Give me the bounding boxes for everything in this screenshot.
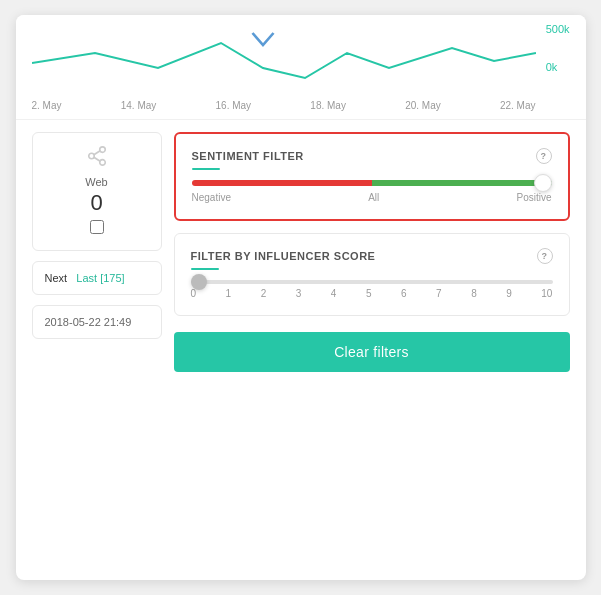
sentiment-filter-card: SENTIMENT FILTER ? Negative All Positive	[174, 132, 570, 221]
influencer-filter-card: FILTER BY INFLUENCER SCORE ? 0 1 2 3 4 5	[174, 233, 570, 316]
svg-point-1	[88, 153, 94, 159]
sentiment-filter-label: SENTIMENT FILTER	[192, 150, 304, 162]
influencer-label-7: 7	[436, 288, 442, 299]
datetime-value: 2018-05-22 21:49	[45, 316, 132, 328]
svg-point-0	[99, 147, 105, 153]
sentiment-label-positive: Positive	[516, 192, 551, 203]
influencer-label-10: 10	[541, 288, 552, 299]
influencer-label-3: 3	[296, 288, 302, 299]
last-link[interactable]: Last [175]	[76, 272, 124, 284]
svg-line-4	[93, 157, 99, 161]
chart-area: 500k 0k 2. May 14. May 16. May 18. May 2…	[16, 15, 586, 120]
clear-filters-button[interactable]: Clear filters	[174, 332, 570, 372]
chart-x-labels: 2. May 14. May 16. May 18. May 20. May 2…	[32, 100, 536, 115]
nav-links: Next Last [175]	[45, 272, 149, 284]
influencer-filter-label: FILTER BY INFLUENCER SCORE	[191, 250, 376, 262]
influencer-label-8: 8	[471, 288, 477, 299]
chart-x-label-2: 14. May	[121, 100, 157, 111]
sentiment-slider-wrap[interactable]	[192, 180, 552, 186]
svg-line-3	[93, 151, 99, 155]
next-link[interactable]: Next	[45, 272, 68, 284]
web-label: Web	[85, 176, 107, 188]
sentiment-label-all: All	[368, 192, 379, 203]
chart-label-0k: 0k	[546, 61, 570, 73]
chart-label-500k: 500k	[546, 23, 570, 35]
influencer-filter-title-row: FILTER BY INFLUENCER SCORE ?	[191, 248, 553, 264]
sentiment-thumb[interactable]	[534, 174, 552, 192]
sentiment-underline	[192, 168, 220, 170]
influencer-label-6: 6	[401, 288, 407, 299]
chart-x-label-1: 2. May	[32, 100, 62, 111]
influencer-underline	[191, 268, 219, 270]
left-panel: Web 0 Next Last [175] 2018-05-22 21:49	[32, 132, 162, 568]
svg-point-2	[99, 160, 105, 166]
influencer-thumb[interactable]	[191, 274, 207, 290]
influencer-label-4: 4	[331, 288, 337, 299]
web-card: Web 0	[32, 132, 162, 251]
sentiment-help-icon[interactable]: ?	[536, 148, 552, 164]
web-count: 0	[90, 190, 102, 216]
influencer-label-1: 1	[226, 288, 232, 299]
checkbox-wrap[interactable]	[90, 220, 104, 238]
web-checkbox[interactable]	[90, 220, 104, 234]
sentiment-labels: Negative All Positive	[192, 192, 552, 203]
influencer-label-5: 5	[366, 288, 372, 299]
influencer-track	[191, 280, 553, 284]
influencer-label-9: 9	[506, 288, 512, 299]
chart-svg	[32, 23, 536, 88]
influencer-label-2: 2	[261, 288, 267, 299]
datetime-card: 2018-05-22 21:49	[32, 305, 162, 339]
main-card: 500k 0k 2. May 14. May 16. May 18. May 2…	[16, 15, 586, 580]
sentiment-track	[192, 180, 552, 186]
share-icon	[86, 145, 108, 172]
right-panel: SENTIMENT FILTER ? Negative All Positive	[174, 132, 570, 568]
influencer-help-icon[interactable]: ?	[537, 248, 553, 264]
sentiment-label-negative: Negative	[192, 192, 231, 203]
sentiment-filter-title-row: SENTIMENT FILTER ?	[192, 148, 552, 164]
chart-x-label-4: 18. May	[310, 100, 346, 111]
influencer-slider-wrap[interactable]	[191, 280, 553, 284]
chart-x-label-6: 22. May	[500, 100, 536, 111]
nav-card: Next Last [175]	[32, 261, 162, 295]
chart-x-label-3: 16. May	[216, 100, 252, 111]
chart-x-label-5: 20. May	[405, 100, 441, 111]
influencer-labels: 0 1 2 3 4 5 6 7 8 9 10	[191, 288, 553, 299]
chart-y-labels: 500k 0k	[546, 23, 570, 73]
main-content: Web 0 Next Last [175] 2018-05-22 21:49	[16, 120, 586, 580]
